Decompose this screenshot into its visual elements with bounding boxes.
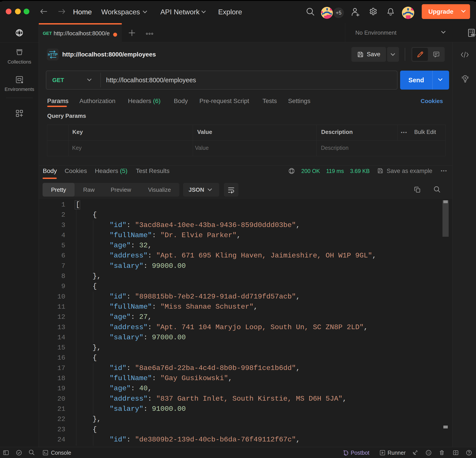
svg-text:HTTP: HTTP bbox=[48, 52, 58, 57]
